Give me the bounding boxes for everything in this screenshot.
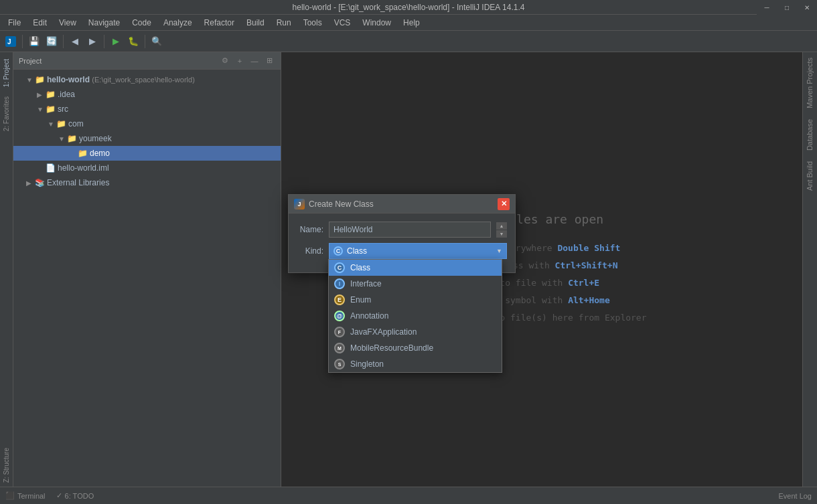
singleton-label: Singleton xyxy=(350,359,384,369)
dialog-overlay: J Create New Class ✕ Name: ▲ ▼ Kind: C xyxy=(0,0,817,504)
dropdown-item-class[interactable]: C Class xyxy=(329,260,502,276)
dropdown-item-enum[interactable]: E Enum xyxy=(329,292,502,308)
sort-buttons: ▲ ▼ xyxy=(496,222,507,238)
class-label: Class xyxy=(350,263,370,272)
interface-label: Interface xyxy=(350,279,382,288)
dropdown-arrow-icon: ▼ xyxy=(496,248,502,254)
mobile-label: MobileResourceBundle xyxy=(350,343,433,353)
dropdown-item-javafx[interactable]: F JavaFXApplication xyxy=(329,324,502,340)
dropdown-item-mobile[interactable]: M MobileResourceBundle xyxy=(329,340,502,356)
javafx-label: JavaFXApplication xyxy=(350,327,417,337)
kind-row: Kind: C Class ▼ C Class I xyxy=(297,243,507,259)
dialog-body: Name: ▲ ▼ Kind: C Class ▼ xyxy=(289,214,515,272)
name-row: Name: ▲ ▼ xyxy=(297,222,507,238)
enum-badge-icon: E xyxy=(334,295,345,305)
sort-up-btn[interactable]: ▲ xyxy=(496,222,507,230)
sort-down-btn[interactable]: ▼ xyxy=(496,230,507,238)
dialog-close-button[interactable]: ✕ xyxy=(498,198,510,210)
kind-badge: C xyxy=(333,246,343,256)
singleton-badge-icon: S xyxy=(334,359,345,369)
enum-label: Enum xyxy=(350,295,371,305)
kind-value: Class xyxy=(347,246,367,256)
annotation-badge-icon: @ xyxy=(334,311,345,321)
dropdown-item-singleton[interactable]: S Singleton xyxy=(329,356,502,372)
mobile-badge-icon: M xyxy=(334,343,345,353)
class-badge-icon: C xyxy=(334,262,345,273)
dialog-intellij-logo: J xyxy=(294,199,305,209)
dialog-title-left: J Create New Class xyxy=(294,199,374,209)
kind-label: Kind: xyxy=(297,246,323,256)
dialog-title-text: Create New Class xyxy=(309,199,374,209)
annotation-label: Annotation xyxy=(350,311,388,321)
dialog-title-bar: J Create New Class ✕ xyxy=(289,195,515,214)
name-input[interactable] xyxy=(329,222,491,238)
javafx-badge-icon: F xyxy=(334,327,345,337)
name-label: Name: xyxy=(297,225,323,234)
kind-select[interactable]: C Class ▼ xyxy=(329,243,507,259)
dropdown-item-interface[interactable]: I Interface xyxy=(329,276,502,292)
kind-dropdown: C Class I Interface E Enum @ xyxy=(328,259,502,373)
kind-select-container: C Class ▼ C Class I Interface xyxy=(329,243,507,259)
dropdown-item-annotation[interactable]: @ Annotation xyxy=(329,308,502,324)
create-new-class-dialog: J Create New Class ✕ Name: ▲ ▼ Kind: C xyxy=(288,194,516,273)
interface-badge-icon: I xyxy=(334,278,345,289)
